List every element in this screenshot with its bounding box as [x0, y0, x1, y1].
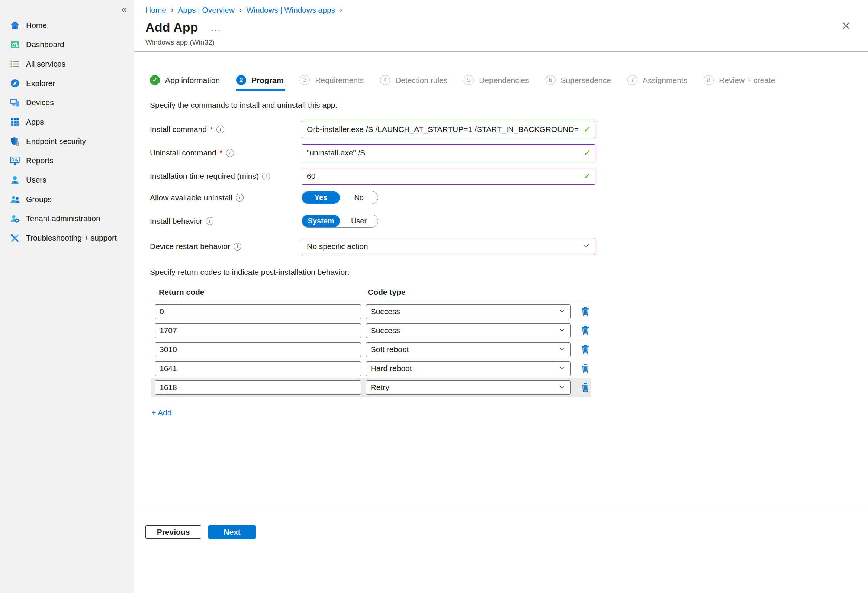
delete-row-icon[interactable]: [580, 381, 591, 394]
code-type-select[interactable]: Success: [366, 304, 571, 319]
sidebar-item-groups[interactable]: Groups: [0, 190, 133, 209]
install-command-label: Install command: [150, 125, 207, 134]
delete-row-icon[interactable]: [580, 305, 591, 318]
shield-gear-icon: [10, 136, 20, 146]
step-number-badge: 4: [380, 75, 390, 85]
next-button[interactable]: Next: [208, 525, 256, 539]
tenant-admin-icon: [10, 213, 20, 224]
step-app-information[interactable]: ✓1 App information: [150, 75, 220, 86]
devices-icon: [10, 97, 20, 108]
install-time-label: Installation time required (mins): [150, 172, 259, 181]
close-icon[interactable]: [840, 19, 852, 32]
install-time-row: Installation time required (mins) ✓: [150, 168, 868, 185]
info-icon[interactable]: [226, 149, 234, 157]
return-code-input[interactable]: [155, 323, 361, 338]
return-code-row: Success: [151, 321, 591, 340]
step-review-create[interactable]: 8 Review + create: [704, 75, 775, 86]
page-title: Add App: [145, 20, 198, 35]
info-icon[interactable]: [262, 173, 270, 180]
return-code-input[interactable]: [155, 361, 361, 376]
breadcrumb-separator-icon: ›: [339, 5, 343, 15]
step-number-badge: 3: [300, 75, 310, 85]
allow-uninstall-yes-option[interactable]: Yes: [302, 192, 340, 204]
sidebar-item-label: Troubleshooting + support: [26, 233, 117, 242]
sidebar-item-label: Tenant administration: [26, 214, 100, 223]
code-type-select[interactable]: Retry: [366, 381, 571, 395]
delete-row-icon[interactable]: [580, 343, 591, 356]
restart-behavior-row: Device restart behavior No specific acti…: [150, 238, 868, 255]
return-code-input[interactable]: [155, 342, 361, 357]
install-time-input[interactable]: [302, 168, 595, 185]
allow-uninstall-toggle: Yes No: [302, 191, 378, 204]
sidebar-item-users[interactable]: Users: [0, 170, 133, 190]
sidebar-item-dashboard[interactable]: Dashboard: [0, 35, 133, 54]
sidebar-item-troubleshooting[interactable]: Troubleshooting + support: [0, 228, 133, 248]
step-requirements[interactable]: 3 Requirements: [300, 75, 364, 86]
breadcrumb-link-apps-overview[interactable]: Apps | Overview: [178, 6, 235, 15]
delete-row-icon[interactable]: [580, 324, 591, 337]
sidebar-item-devices[interactable]: Devices: [0, 93, 133, 112]
sidebar-item-tenant-administration[interactable]: Tenant administration: [0, 209, 133, 228]
step-supersedence[interactable]: 6 Supersedence: [546, 75, 611, 86]
sidebar-item-label: All services: [26, 59, 65, 68]
return-codes-table: Return code Code type Success: [151, 288, 591, 397]
allow-uninstall-no-option[interactable]: No: [340, 192, 378, 204]
sidebar-item-label: Groups: [26, 195, 52, 204]
code-type-select[interactable]: Success: [366, 323, 571, 338]
required-marker: *: [210, 125, 213, 134]
allow-uninstall-row: Allow available uninstall Yes No: [150, 191, 868, 204]
sidebar-item-label: Apps: [26, 118, 44, 127]
sidebar-item-reports[interactable]: Reports: [0, 151, 133, 170]
breadcrumb-separator-icon: ›: [170, 5, 174, 15]
breadcrumb-separator-icon: ›: [238, 5, 242, 15]
return-code-input[interactable]: [155, 304, 361, 319]
info-icon[interactable]: [236, 194, 244, 202]
sidebar-item-explorer[interactable]: Explorer: [0, 74, 133, 93]
install-behavior-system-option[interactable]: System: [302, 215, 340, 227]
breadcrumb: Home › Apps | Overview › Windows | Windo…: [145, 5, 868, 15]
explorer-icon: [10, 78, 20, 89]
sidebar-item-label: Users: [26, 176, 46, 184]
chevron-down-icon: [559, 364, 565, 373]
install-behavior-user-option[interactable]: User: [340, 215, 378, 227]
troubleshooting-icon: [10, 233, 20, 243]
chevron-down-icon: [559, 383, 565, 392]
delete-row-icon[interactable]: [580, 362, 591, 375]
more-menu-icon[interactable]: ...: [211, 26, 221, 30]
home-icon: [10, 20, 20, 31]
step-dependencies[interactable]: 5 Dependencies: [464, 75, 529, 86]
install-command-input[interactable]: [302, 121, 595, 138]
sidebar-item-label: Explorer: [26, 79, 55, 88]
sidebar-item-all-services[interactable]: All services: [0, 54, 133, 74]
sidebar-collapse-icon[interactable]: «: [122, 4, 127, 15]
return-code-row-highlighted: Retry: [151, 378, 591, 397]
add-return-code-button[interactable]: + Add: [151, 408, 171, 417]
breadcrumb-link-windows-apps[interactable]: Windows | Windows apps: [246, 6, 335, 15]
step-program[interactable]: 2 Program: [236, 75, 283, 86]
previous-button[interactable]: Previous: [145, 525, 201, 539]
step-assignments[interactable]: 7 Assignments: [627, 75, 687, 86]
sidebar-item-endpoint-security[interactable]: Endpoint security: [0, 131, 133, 151]
chevron-down-icon: [559, 345, 565, 354]
code-type-select[interactable]: Soft reboot: [366, 342, 571, 357]
info-icon[interactable]: [233, 243, 241, 251]
return-code-row: Soft reboot: [151, 340, 591, 359]
commands-section-title: Specify the commands to install and unin…: [150, 101, 868, 110]
page-subtitle: Windows app (Win32): [145, 38, 868, 46]
return-code-input[interactable]: [155, 381, 361, 395]
breadcrumb-link-home[interactable]: Home: [145, 6, 166, 15]
step-detection-rules[interactable]: 4 Detection rules: [380, 75, 447, 86]
sidebar-item-apps[interactable]: Apps: [0, 112, 133, 131]
info-icon[interactable]: [206, 217, 214, 225]
add-app-page: « Home Dashboard All services: [0, 0, 868, 593]
code-type-select[interactable]: Hard reboot: [366, 361, 571, 376]
chevron-down-icon: [559, 326, 565, 335]
restart-behavior-dropdown[interactable]: No specific action: [302, 238, 595, 255]
reports-icon: [10, 155, 20, 166]
restart-behavior-label: Device restart behavior: [150, 242, 230, 251]
return-code-row: Hard reboot: [151, 359, 591, 378]
dashboard-icon: [10, 40, 20, 50]
sidebar-item-home[interactable]: Home: [0, 16, 133, 35]
uninstall-command-input[interactable]: [302, 144, 595, 161]
info-icon[interactable]: [217, 126, 224, 133]
